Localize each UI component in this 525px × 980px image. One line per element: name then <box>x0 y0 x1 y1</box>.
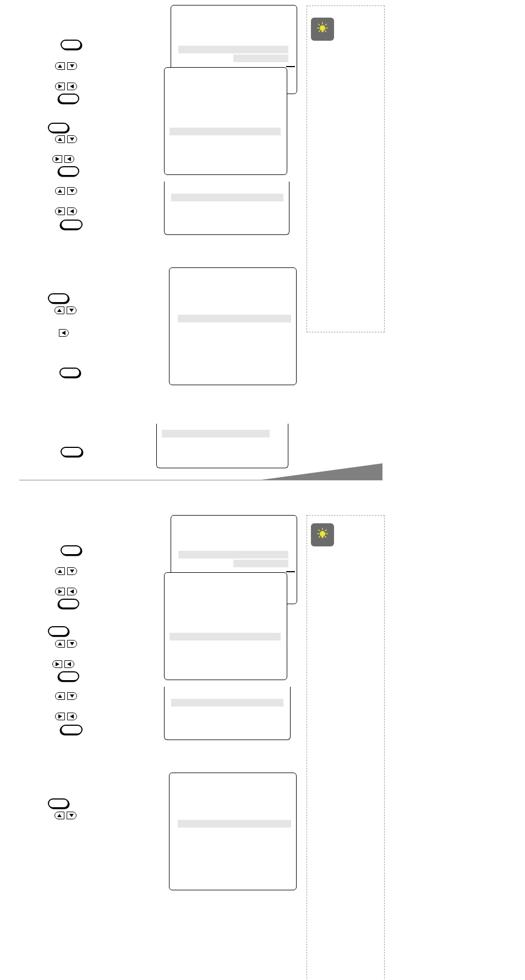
svg-point-7 <box>320 25 325 31</box>
pill-button[interactable] <box>61 725 83 735</box>
stepper-left-button[interactable] <box>64 660 74 668</box>
lightbulb-icon <box>316 22 329 36</box>
svg-marker-41 <box>58 694 62 698</box>
stepper-right-button[interactable] <box>55 713 65 720</box>
placeholder-text-line <box>233 54 288 62</box>
stepper-up-button[interactable] <box>55 135 65 143</box>
stepper-right-button[interactable] <box>55 83 65 90</box>
placeholder-text-line <box>178 46 288 53</box>
stepper-right-button[interactable] <box>52 660 62 668</box>
stepper-up-button[interactable] <box>54 306 64 314</box>
svg-line-2 <box>326 24 327 25</box>
stepper-right-button[interactable] <box>52 155 62 163</box>
pill-button[interactable] <box>48 293 69 303</box>
side-panel <box>307 6 385 332</box>
stepper-left-button[interactable] <box>67 588 77 595</box>
stepper-left-button[interactable] <box>67 207 77 215</box>
svg-marker-12 <box>70 84 74 89</box>
pill-button[interactable] <box>59 368 80 377</box>
pill-button[interactable] <box>48 123 69 133</box>
svg-marker-21 <box>57 309 62 312</box>
svg-line-6 <box>325 31 326 32</box>
svg-line-1 <box>319 24 320 25</box>
pill-button[interactable] <box>48 798 69 808</box>
placeholder-text-line <box>233 560 288 567</box>
svg-marker-17 <box>58 189 62 193</box>
svg-marker-15 <box>56 157 59 161</box>
stepper-left-button[interactable] <box>67 713 77 720</box>
stepper-right-button[interactable] <box>55 207 65 215</box>
svg-marker-44 <box>70 714 74 719</box>
svg-marker-19 <box>58 209 62 213</box>
stepper-up-button[interactable] <box>55 187 65 195</box>
stepper-left-button[interactable] <box>67 83 77 90</box>
pill-button[interactable] <box>61 545 81 555</box>
stepper-up-button[interactable] <box>55 567 65 575</box>
divider-wedge <box>261 463 382 480</box>
svg-marker-18 <box>70 189 74 193</box>
side-panel <box>307 515 385 980</box>
svg-marker-43 <box>58 714 62 719</box>
svg-marker-35 <box>58 589 62 594</box>
svg-marker-11 <box>58 84 62 89</box>
svg-point-31 <box>320 531 325 536</box>
placeholder-card <box>164 572 287 680</box>
stepper-up-button[interactable] <box>54 812 64 819</box>
placeholder-card <box>164 67 287 175</box>
pill-button[interactable] <box>58 599 79 609</box>
stepper-right-button[interactable] <box>55 588 65 595</box>
placeholder-card <box>169 267 297 385</box>
svg-line-25 <box>319 530 320 531</box>
stepper-down-button[interactable] <box>67 692 77 700</box>
svg-marker-34 <box>70 570 74 573</box>
svg-marker-22 <box>69 309 74 312</box>
idea-button[interactable] <box>311 523 334 546</box>
stepper-down-button[interactable] <box>67 640 77 648</box>
svg-marker-20 <box>70 209 74 213</box>
stepper-down-button[interactable] <box>67 62 77 70</box>
stepper-up-button[interactable] <box>55 692 65 700</box>
card-top-line <box>286 571 295 572</box>
svg-marker-40 <box>67 662 71 666</box>
stepper-down-button[interactable] <box>67 567 77 575</box>
svg-marker-39 <box>56 662 59 666</box>
stepper-down-button[interactable] <box>67 812 76 819</box>
section-divider <box>19 480 382 480</box>
pill-button[interactable] <box>61 40 81 50</box>
svg-marker-45 <box>57 814 62 817</box>
placeholder-card <box>164 687 291 740</box>
svg-line-29 <box>319 536 320 538</box>
stepper-left-button[interactable] <box>64 155 74 163</box>
svg-marker-13 <box>58 138 62 141</box>
svg-marker-38 <box>70 642 74 645</box>
svg-marker-9 <box>58 64 62 68</box>
pill-button[interactable] <box>61 447 83 457</box>
stepper-up-button[interactable] <box>55 640 65 648</box>
svg-line-26 <box>326 530 327 531</box>
pill-button[interactable] <box>48 626 69 636</box>
pill-button[interactable] <box>58 671 79 681</box>
svg-marker-46 <box>69 814 74 817</box>
svg-marker-42 <box>70 694 74 698</box>
svg-marker-23 <box>62 331 65 335</box>
pill-button[interactable] <box>58 166 79 176</box>
card-top-line <box>286 66 295 67</box>
placeholder-text-line <box>178 551 288 559</box>
placeholder-text-line <box>169 128 281 135</box>
stepper-down-button[interactable] <box>67 306 76 314</box>
stepper-up-button[interactable] <box>55 62 65 70</box>
stepper-left-button[interactable] <box>59 329 69 337</box>
pill-button[interactable] <box>58 94 79 103</box>
stepper-down-button[interactable] <box>67 135 77 143</box>
diagram-stage <box>0 0 525 980</box>
lightbulb-icon <box>316 528 329 542</box>
svg-marker-33 <box>58 570 62 573</box>
svg-rect-32 <box>321 536 324 538</box>
svg-marker-16 <box>67 157 71 161</box>
pill-button[interactable] <box>61 220 83 229</box>
stepper-down-button[interactable] <box>67 187 77 195</box>
placeholder-card <box>169 773 297 890</box>
idea-button[interactable] <box>311 18 334 41</box>
svg-marker-10 <box>70 64 74 68</box>
placeholder-text-line <box>162 430 270 437</box>
